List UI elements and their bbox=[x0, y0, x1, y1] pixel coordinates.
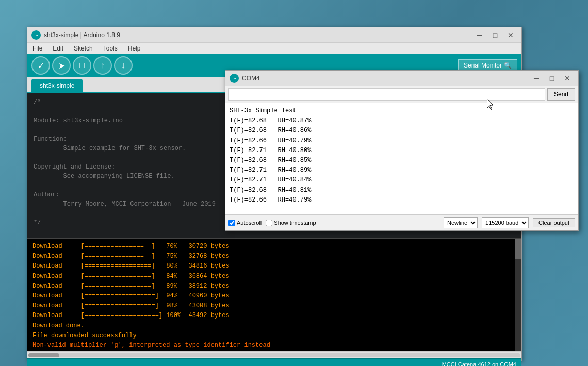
serial-title-controls: ─ □ ✕ bbox=[530, 73, 574, 84]
upload-button[interactable]: ➤ bbox=[52, 56, 71, 75]
serial-input-field[interactable] bbox=[228, 88, 545, 101]
horizontal-scrollbar[interactable] bbox=[27, 351, 521, 358]
arduino-menu-bar: File Edit Sketch Tools Help bbox=[27, 43, 521, 54]
serial-line-3: T(F)=82.66 RH=40.79% bbox=[230, 136, 574, 146]
serial-content: Send SHT-3x Simple Test T(F)=82.68 RH=40… bbox=[225, 86, 578, 230]
autoscroll-label[interactable]: Autoscroll bbox=[228, 220, 262, 226]
serial-maximize-button[interactable]: □ bbox=[545, 73, 559, 84]
title-bar-controls: ─ □ ✕ bbox=[473, 30, 517, 40]
show-timestamp-checkbox[interactable] bbox=[266, 220, 272, 226]
serial-line-8: T(F)=82.68 RH=40.81% bbox=[230, 186, 574, 195]
menu-edit[interactable]: Edit bbox=[51, 44, 66, 53]
minimize-button[interactable]: ─ bbox=[473, 30, 486, 40]
clear-output-button[interactable]: Clear output bbox=[533, 218, 575, 227]
serial-line-5: T(F)=82.68 RH=40.85% bbox=[230, 156, 574, 165]
serial-monitor-label: Serial Monitor bbox=[464, 62, 502, 69]
serial-close-button[interactable]: ✕ bbox=[561, 73, 574, 84]
output-line-8: Download [====================] 100% 434… bbox=[32, 311, 516, 321]
serial-monitor-window: ∞ COM4 ─ □ ✕ Send SHT-3x Simple Test T(F… bbox=[225, 70, 579, 231]
serial-footer: Autoscroll Show timestamp Newline 115200… bbox=[225, 214, 578, 230]
serial-monitor-icon: 🔍 bbox=[504, 62, 512, 69]
serial-line-2: T(F)=82.68 RH=40.86% bbox=[230, 126, 574, 136]
desktop: ∞ sht3x-simple | Arduino 1.8.9 ─ □ ✕ Fil… bbox=[0, 0, 588, 366]
new-button[interactable]: □ bbox=[73, 56, 91, 75]
menu-file[interactable]: File bbox=[30, 44, 44, 53]
output-line-9: Download done. bbox=[32, 321, 516, 331]
open-button[interactable]: ↑ bbox=[93, 56, 112, 75]
serial-line-4: T(F)=82.71 RH=40.80% bbox=[230, 146, 574, 156]
output-line-3: Download [==================] 80% 34816 … bbox=[32, 261, 516, 271]
tab-sht3x-simple[interactable]: sht3x-simple bbox=[31, 79, 83, 92]
serial-input-bar: Send bbox=[225, 86, 578, 103]
serial-line-9: T(F)=82.66 RH=40.79% bbox=[230, 195, 574, 205]
serial-output-area: SHT-3x Simple Test T(F)=82.68 RH=40.87% … bbox=[225, 103, 578, 214]
serial-line-1: T(F)=82.68 RH=40.87% bbox=[230, 116, 574, 126]
output-line-4: Download [==================] 84% 36864 … bbox=[32, 272, 516, 281]
scrollbar-track bbox=[28, 353, 520, 357]
output-line-1: Download [================ ] 70% 30720 b… bbox=[32, 242, 516, 252]
verify-button[interactable]: ✓ bbox=[31, 56, 50, 75]
output-console: Download [================ ] 70% 30720 b… bbox=[27, 238, 521, 351]
arduino-logo-icon: ∞ bbox=[31, 30, 41, 40]
serial-minimize-button[interactable]: ─ bbox=[530, 73, 543, 84]
maximize-button[interactable]: □ bbox=[488, 30, 502, 40]
output-scrollbar-thumb bbox=[515, 239, 521, 259]
show-timestamp-label[interactable]: Show timestamp bbox=[266, 220, 316, 226]
output-line-12: Transitioning to dfuMANIFEST state bbox=[32, 351, 516, 351]
output-line-6: Download [===================] 94% 40960… bbox=[32, 291, 516, 301]
serial-logo-icon: ∞ bbox=[230, 74, 239, 83]
save-button[interactable]: ↓ bbox=[114, 56, 133, 75]
serial-title-bar: ∞ COM4 ─ □ ✕ bbox=[225, 71, 578, 86]
serial-line-7: T(F)=82.71 RH=40.84% bbox=[230, 175, 574, 185]
status-bar-text: MCCI Catena 4612 on COM4 bbox=[442, 361, 516, 367]
serial-title-left: ∞ COM4 bbox=[230, 74, 260, 83]
output-line-7: Download [===================] 98% 43008… bbox=[32, 301, 516, 311]
output-line-11: Non-valid multiplier 'g', interpreted as… bbox=[32, 341, 516, 351]
autoscroll-checkbox[interactable] bbox=[228, 220, 235, 226]
newline-select[interactable]: Newline bbox=[444, 217, 478, 228]
arduino-status-bar: MCCI Catena 4612 on COM4 bbox=[27, 358, 521, 366]
menu-sketch[interactable]: Sketch bbox=[72, 44, 95, 53]
scrollbar-thumb bbox=[28, 353, 59, 357]
menu-tools[interactable]: Tools bbox=[101, 44, 120, 53]
serial-line-6: T(F)=82.71 RH=40.89% bbox=[230, 165, 574, 175]
title-bar-left: ∞ sht3x-simple | Arduino 1.8.9 bbox=[31, 30, 120, 40]
arduino-title-text: sht3x-simple | Arduino 1.8.9 bbox=[44, 31, 120, 39]
baud-rate-select[interactable]: 115200 baud bbox=[482, 217, 529, 228]
output-line-2: Download [================ ] 75% 32768 b… bbox=[32, 252, 516, 261]
output-line-10: File downloaded successfully bbox=[32, 331, 516, 341]
menu-help[interactable]: Help bbox=[126, 44, 143, 53]
send-button[interactable]: Send bbox=[547, 88, 575, 101]
arduino-title-bar: ∞ sht3x-simple | Arduino 1.8.9 ─ □ ✕ bbox=[27, 27, 521, 43]
output-scrollbar[interactable] bbox=[515, 239, 521, 351]
serial-title-text: COM4 bbox=[242, 75, 260, 82]
serial-line-0: SHT-3x Simple Test bbox=[230, 106, 574, 116]
close-button[interactable]: ✕ bbox=[504, 30, 517, 40]
output-line-5: Download [==================] 89% 38912 … bbox=[32, 281, 516, 291]
